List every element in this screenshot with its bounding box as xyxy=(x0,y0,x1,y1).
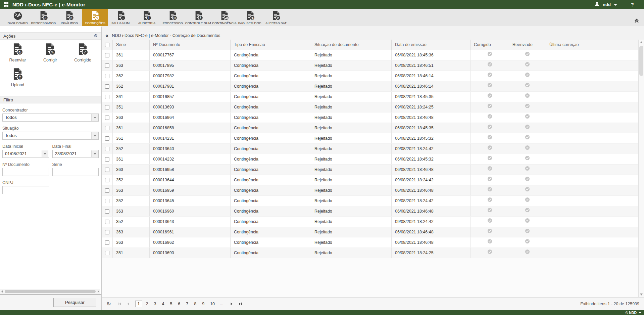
page-number-9[interactable]: 9 xyxy=(200,301,206,307)
table-row[interactable]: 362 000017981 Contingência Rejeitado 06/… xyxy=(102,81,638,92)
toolbar-item-pag-sem-doc-[interactable]: ◑ PAG. SEM DOC. xyxy=(237,9,263,26)
row-checkbox[interactable] xyxy=(105,209,109,214)
page-ellipsis[interactable]: ... xyxy=(218,302,225,306)
column-header[interactable]: Última correção xyxy=(546,40,638,50)
next-page-icon[interactable] xyxy=(229,302,234,306)
column-header[interactable]: Corrigido xyxy=(470,40,509,50)
page-number-2[interactable]: 2 xyxy=(144,301,150,307)
toolbar-item-processos[interactable]: ⚙ PROCESSOS xyxy=(160,9,186,26)
first-page-icon[interactable] xyxy=(117,302,122,306)
page-number-4[interactable]: 4 xyxy=(160,301,166,307)
table-row[interactable]: 351 000013693 Contingência Rejeitado 09/… xyxy=(102,102,638,113)
page-number-6[interactable]: 6 xyxy=(176,301,182,307)
table-row[interactable]: 352 000013645 Contingência Rejeitado 09/… xyxy=(102,196,638,206)
column-header[interactable]: Data de emissão xyxy=(392,40,470,50)
row-checkbox[interactable] xyxy=(105,95,109,99)
page-number-1[interactable]: 1 xyxy=(135,301,142,307)
table-row[interactable]: 361 000014231 Contingência Rejeitado 06/… xyxy=(102,133,638,144)
data-inicial-picker[interactable]: 01/08/2021 xyxy=(2,150,49,158)
row-checkbox[interactable] xyxy=(105,220,109,224)
collapse-sidebar-icon[interactable]: « xyxy=(105,33,108,38)
table-row[interactable]: 363 000016959 Contingência Rejeitado 06/… xyxy=(102,185,638,196)
table-row[interactable]: 352 000013643 Contingência Rejeitado 09/… xyxy=(102,217,638,227)
select-all-checkbox[interactable] xyxy=(105,43,109,47)
toolbar-item-auditoria[interactable]: i AUDITORIA xyxy=(134,9,160,26)
refresh-icon[interactable]: ↻ xyxy=(107,301,111,307)
concentrador-select[interactable]: Todos xyxy=(2,114,99,122)
page-number-7[interactable]: 7 xyxy=(184,301,190,307)
chevron-down-icon[interactable] xyxy=(91,114,98,121)
action-corrigido[interactable]: ✓ Corrigido xyxy=(66,43,99,62)
column-header[interactable]: Tipo de Emissão xyxy=(231,40,311,50)
toolbar-item-alertas-sat[interactable]: ⊘ ALERTAS SAT xyxy=(263,9,289,26)
table-row[interactable]: 352 000013640 Contingência Rejeitado 09/… xyxy=(102,144,638,154)
scroll-down-icon[interactable] xyxy=(640,294,643,296)
toolbar-item-conting-ncia[interactable]: CONTINGÊNCIA xyxy=(211,9,237,26)
column-header[interactable]: Nº Documento xyxy=(150,40,231,50)
sidebar-horizontal-scrollbar[interactable] xyxy=(0,289,100,294)
table-row[interactable]: 361 000016858 Contingência Rejeitado 06/… xyxy=(102,123,638,133)
num-documento-input[interactable] xyxy=(2,168,49,176)
row-checkbox[interactable] xyxy=(105,188,109,193)
action-corrigir[interactable]: ✎ Corrigir xyxy=(34,43,66,62)
row-checkbox[interactable] xyxy=(105,53,109,57)
toolbar-item-dashboard[interactable]: DASHBOARD xyxy=(5,9,31,26)
page-number-10[interactable]: 10 xyxy=(208,301,217,307)
row-checkbox[interactable] xyxy=(105,178,109,182)
table-row[interactable]: 361 000016857 Contingência Rejeitado 06/… xyxy=(102,92,638,102)
row-checkbox[interactable] xyxy=(105,136,109,141)
action-upload[interactable]: ↑ Upload xyxy=(1,68,34,87)
situacao-select[interactable]: Todos xyxy=(2,132,99,140)
row-checkbox[interactable] xyxy=(105,126,109,130)
scroll-right-icon[interactable] xyxy=(96,290,100,293)
table-row[interactable]: 363 000016962 Contingência Rejeitado 06/… xyxy=(102,237,638,248)
chevron-down-icon[interactable] xyxy=(42,150,48,157)
chevron-down-icon[interactable] xyxy=(91,132,98,139)
user-caret-icon[interactable] xyxy=(614,4,617,6)
column-header[interactable]: Série xyxy=(113,40,150,50)
toolbar-item-controle-num-[interactable]: ! CONTROLE NUM. xyxy=(186,9,211,26)
row-checkbox[interactable] xyxy=(105,84,109,89)
row-checkbox[interactable] xyxy=(105,168,109,172)
action-reenviar[interactable]: ↻ Reenviar xyxy=(1,43,34,62)
table-row[interactable]: 363 000016958 Contingência Rejeitado 06/… xyxy=(102,165,638,175)
help-button[interactable]: ? xyxy=(631,2,634,7)
row-checkbox[interactable] xyxy=(105,147,109,151)
table-row[interactable]: 363 000016964 Contingência Rejeitado 06/… xyxy=(102,113,638,123)
scrollbar-thumb[interactable] xyxy=(639,46,643,76)
page-number-8[interactable]: 8 xyxy=(192,301,198,307)
app-grid-icon[interactable] xyxy=(4,2,9,7)
toolbar-item-inv-lidos[interactable]: ✕ INVÁLIDOS xyxy=(56,9,82,26)
row-checkbox[interactable] xyxy=(105,230,109,234)
table-row[interactable]: 363 000016961 Contingência Rejeitado 06/… xyxy=(102,227,638,237)
toolbar-item-falha-num-[interactable]: − FALHA NUM. xyxy=(108,9,134,26)
table-row[interactable]: 363 000016960 Contingência Rejeitado 06/… xyxy=(102,206,638,217)
table-row[interactable]: 361 000017767 Contingência Rejeitado 06/… xyxy=(102,50,638,60)
row-checkbox[interactable] xyxy=(105,251,109,255)
last-page-icon[interactable] xyxy=(238,302,243,306)
toolbar-collapse-icon[interactable] xyxy=(634,18,639,25)
data-final-picker[interactable]: 23/08/2021 xyxy=(52,150,99,158)
table-row[interactable]: 351 000013690 Contingência Rejeitado 09/… xyxy=(102,248,638,258)
toolbar-item-processados[interactable]: ✓ PROCESSADOS xyxy=(31,9,56,26)
table-row[interactable]: 363 000017895 Contingência Rejeitado 06/… xyxy=(102,60,638,71)
column-header[interactable]: Situação do documento xyxy=(311,40,392,50)
cnpj-input[interactable] xyxy=(2,186,49,194)
scrollbar-thumb[interactable] xyxy=(5,290,96,293)
footer-caret-icon[interactable] xyxy=(639,312,641,313)
row-checkbox[interactable] xyxy=(105,199,109,203)
prev-page-icon[interactable] xyxy=(126,302,131,306)
row-checkbox[interactable] xyxy=(105,157,109,162)
row-checkbox[interactable] xyxy=(105,116,109,120)
row-checkbox[interactable] xyxy=(105,240,109,245)
column-header[interactable]: Reenviado xyxy=(509,40,546,50)
row-checkbox[interactable] xyxy=(105,105,109,109)
chevron-down-icon[interactable] xyxy=(91,150,98,157)
user-menu[interactable]: ndd xyxy=(603,2,611,7)
page-number-5[interactable]: 5 xyxy=(168,301,174,307)
search-button[interactable]: Pesquisar xyxy=(53,298,96,307)
table-row[interactable]: 352 000013644 Contingência Rejeitado 09/… xyxy=(102,175,638,185)
row-checkbox[interactable] xyxy=(105,63,109,68)
table-row[interactable]: 361 000014232 Contingência Rejeitado 06/… xyxy=(102,154,638,165)
toolbar-item-corre-es[interactable]: ✎ CORREÇÕES xyxy=(82,9,108,26)
